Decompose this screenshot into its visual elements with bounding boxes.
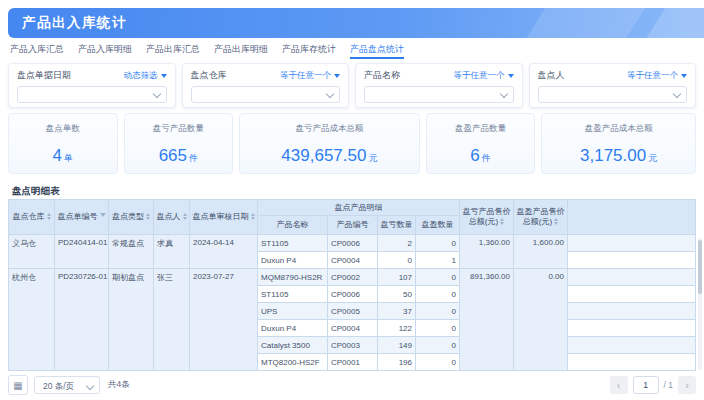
current-page-input[interactable]: 1 [633,376,659,394]
col-header-gain_amount[interactable]: 盘盈产品售价总额(元) [514,200,568,235]
sort-icon [183,213,187,221]
col-header-product_name[interactable]: 产品名称 [258,216,328,235]
cell-product-code: CP0003 [328,337,378,354]
sort-icon [251,213,255,221]
col-header-filler[interactable] [568,200,696,235]
col-header-person[interactable]: 盘点人 [154,200,190,235]
summary-card-unit: 单 [64,153,73,163]
tab-5[interactable]: 产品库存统计 [282,43,336,59]
prev-page-button[interactable]: ‹ [610,376,628,394]
cell-loss-qty: 122 [378,320,416,337]
page-count-label: / 1 [664,380,673,390]
filter-operator-link[interactable]: 等于任意一个 [627,70,687,82]
summary-card-1: 盘点单数4单 [8,113,118,174]
col-header-product_group[interactable]: 盘点产品明细 [258,200,460,216]
filter-select-3[interactable] [364,86,514,103]
col-header-product_code[interactable]: 产品编号 [328,216,378,235]
scrollbar-thumb[interactable] [698,240,702,294]
chevron-down-icon [326,90,334,98]
col-header-warehouse[interactable]: 盘点仓库 [9,200,55,235]
tab-3[interactable]: 产品出库汇总 [146,43,200,59]
cell-gain-qty: 0 [416,269,460,286]
col-header-loss_amount[interactable]: 盘亏产品售价总额(元) [460,200,514,235]
stocktake-detail-table: 盘点仓库盘点单编号盘点类型盘点人盘点单审核日期盘点产品明细盘亏产品售价总额(元)… [8,199,696,371]
filter-operator-link[interactable]: 等于任意一个 [454,70,514,82]
filter-select-4[interactable] [538,86,688,103]
cell-gain-qty: 0 [416,286,460,303]
filter-card-3: 产品名称等于任意一个 [355,63,523,108]
summary-card-3: 盘亏产品成本总额439,657.50元 [239,113,420,174]
col-header-type[interactable]: 盘点类型 [109,200,154,235]
sort-icon [500,218,504,226]
cell-gain-amount: 1,600.00 [514,235,568,269]
cell-product-code: CP0002 [328,269,378,286]
chevron-down-icon [152,90,160,98]
summary-card-label: 盘点单数 [9,123,117,135]
filter-card-4: 盘点人等于任意一个 [529,63,697,108]
filter-card-1: 盘点单据日期动态筛选 [8,63,176,108]
summary-card-unit: 件 [189,153,198,163]
summary-card-label: 盘亏产品成本总额 [240,123,419,135]
filter-select-1[interactable] [17,86,167,103]
cell-filler [568,286,696,303]
cell-filler [568,320,696,337]
page-size-select[interactable]: 20 条/页 [34,376,100,394]
cell-product-name: MQM8790-HS2R [258,269,328,286]
chevron-down-icon [673,90,681,98]
cell-loss-qty: 149 [378,337,416,354]
cell-gain-qty: 1 [416,252,460,269]
table-row: 杭州仓PD230726-01期初盘点张三2023-07-27MQM8790-HS… [9,269,696,286]
filter-label: 盘点单据日期 [17,69,71,82]
tab-4[interactable]: 产品出库明细 [214,43,268,59]
table-scrollbar[interactable] [698,238,702,370]
filter-operator-link[interactable]: 等于任意一个 [280,70,340,82]
col-header-loss_qty[interactable]: 盘亏数量 [378,216,416,235]
filter-select-2[interactable] [191,86,341,103]
cell-gain-qty: 0 [416,337,460,354]
cell-filler [568,235,696,252]
cell-product-code: CP0004 [328,320,378,337]
cell-doc_no: PD230726-01 [55,269,109,371]
cell-gain-amount: 0.00 [514,269,568,371]
summary-card-value: 3,175.00元 [542,146,695,166]
summary-card-unit: 件 [482,153,491,163]
cell-product-name: Catalyst 3500 [258,337,328,354]
summary-card-label: 盘盈产品成本总额 [542,123,695,135]
filter-icon [100,213,106,220]
cell-warehouse: 杭州仓 [9,269,55,371]
filter-label: 产品名称 [364,69,400,82]
cell-loss-qty: 37 [378,303,416,320]
sort-icon [554,218,558,226]
cell-type: 期初盘点 [109,269,154,371]
col-header-doc_no[interactable]: 盘点单编号 [55,200,109,235]
col-header-audit_date[interactable]: 盘点单审核日期 [190,200,258,235]
cell-product-code: CP0001 [328,354,378,371]
col-header-gain_qty[interactable]: 盘盈数量 [416,216,460,235]
tab-2[interactable]: 产品入库明细 [78,43,132,59]
table-section-title: 盘点明细表 [12,185,60,198]
cell-product-name: MTQ8200-HS2F [258,354,328,371]
page-banner: 产品出入库统计 [8,8,704,38]
cell-audit_date: 2024-04-14 [190,235,258,269]
cell-gain-qty: 0 [416,320,460,337]
filter-operator-link[interactable]: 动态筛选 [124,70,167,82]
cell-warehouse: 义乌仓 [9,235,55,269]
tab-bar: 产品入库汇总产品入库明细产品出库汇总产品出库明细产品库存统计产品盘点统计 [10,40,696,59]
cell-product-name: ST1105 [258,286,328,303]
summary-card-2: 盘亏产品数量665件 [124,113,234,174]
cell-gain-qty: 0 [416,303,460,320]
summary-card-label: 盘亏产品数量 [125,123,233,135]
table-view-icon[interactable]: ▦ [8,375,28,395]
summary-card-4: 盘盈产品数量6件 [426,113,536,174]
cell-product-code: CP0006 [328,286,378,303]
next-page-button[interactable]: › [678,376,696,394]
cell-gain-qty: 0 [416,354,460,371]
cell-loss-qty: 107 [378,269,416,286]
tab-1[interactable]: 产品入库汇总 [10,43,64,59]
cell-doc_no: PD240414-01 [55,235,109,269]
cell-person: 张三 [154,269,190,371]
tab-6[interactable]: 产品盘点统计 [350,43,404,59]
cell-product-name: UPS [258,303,328,320]
sort-icon [47,213,51,221]
summary-card-unit: 元 [368,153,377,163]
